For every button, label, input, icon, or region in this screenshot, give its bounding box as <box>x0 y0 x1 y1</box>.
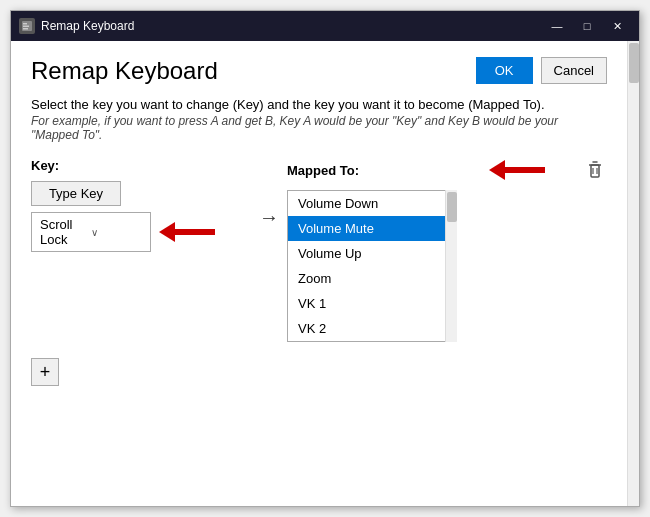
description-line1: Select the key you want to change (Key) … <box>31 97 607 112</box>
title-bar: Remap Keyboard — □ ✕ <box>11 11 639 41</box>
key-dropdown-value: Scroll Lock <box>40 217 91 247</box>
header-buttons: OK Cancel <box>476 57 607 84</box>
scrollbar-thumb <box>629 43 639 83</box>
svg-rect-3 <box>23 28 28 30</box>
cancel-button[interactable]: Cancel <box>541 57 607 84</box>
key-section-label: Key: <box>31 158 251 173</box>
add-mapping-button[interactable]: + <box>31 358 59 386</box>
app-icon <box>19 18 35 34</box>
title-bar-text: Remap Keyboard <box>41 19 543 33</box>
key-dropdown[interactable]: Scroll Lock ∨ <box>31 212 151 252</box>
scrollbar-thumb <box>447 192 457 222</box>
list-item[interactable]: Volume Down <box>288 191 446 216</box>
mapped-section-header: Mapped To: <box>287 158 607 182</box>
key-row: Scroll Lock ∨ <box>31 212 251 252</box>
arrow-body <box>175 229 215 235</box>
bottom-row: + <box>31 358 607 386</box>
mapping-arrow: → <box>259 206 279 229</box>
svg-rect-4 <box>591 165 599 177</box>
svg-rect-2 <box>23 26 29 28</box>
type-key-button[interactable]: Type Key <box>31 181 121 206</box>
maximize-button[interactable]: □ <box>573 16 601 36</box>
svg-rect-1 <box>23 23 27 25</box>
left-arrow <box>159 222 215 242</box>
close-button[interactable]: ✕ <box>603 16 631 36</box>
mapped-section-label: Mapped To: <box>287 163 359 178</box>
description-line2: For example, if you want to press A and … <box>31 114 607 142</box>
list-item[interactable]: Zoom <box>288 266 446 291</box>
header-row: Remap Keyboard OK Cancel <box>31 57 607 85</box>
chevron-down-icon: ∨ <box>91 227 142 238</box>
ok-button[interactable]: OK <box>476 57 533 84</box>
key-section: Key: Type Key Scroll Lock ∨ <box>31 158 251 252</box>
mapping-area: Key: Type Key Scroll Lock ∨ <box>31 158 607 342</box>
window-scrollbar[interactable] <box>627 41 639 506</box>
list-item[interactable]: VK 1 <box>288 291 446 316</box>
delete-button[interactable] <box>583 158 607 182</box>
mapped-left-arrow <box>489 160 545 180</box>
mapped-section: Mapped To: <box>287 158 607 342</box>
minimize-button[interactable]: — <box>543 16 571 36</box>
mapped-arrow-head <box>489 160 505 180</box>
mapped-to-dropdown[interactable]: Volume Down Volume Mute Volume Up Zoom V… <box>287 190 447 342</box>
page-title: Remap Keyboard <box>31 57 218 85</box>
arrow-head-left <box>159 222 175 242</box>
list-item[interactable]: Volume Mute <box>288 216 446 241</box>
title-bar-controls: — □ ✕ <box>543 16 631 36</box>
mapped-arrow-body <box>505 167 545 173</box>
dropdown-scrollbar[interactable] <box>445 190 457 342</box>
list-item[interactable]: Volume Up <box>288 241 446 266</box>
list-item[interactable]: VK 2 <box>288 316 446 341</box>
